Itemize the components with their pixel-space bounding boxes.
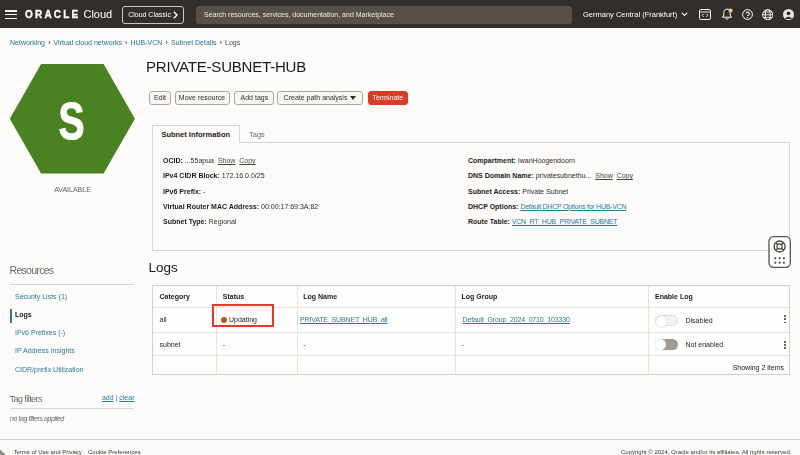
svg-text:S: S <box>59 92 85 150</box>
